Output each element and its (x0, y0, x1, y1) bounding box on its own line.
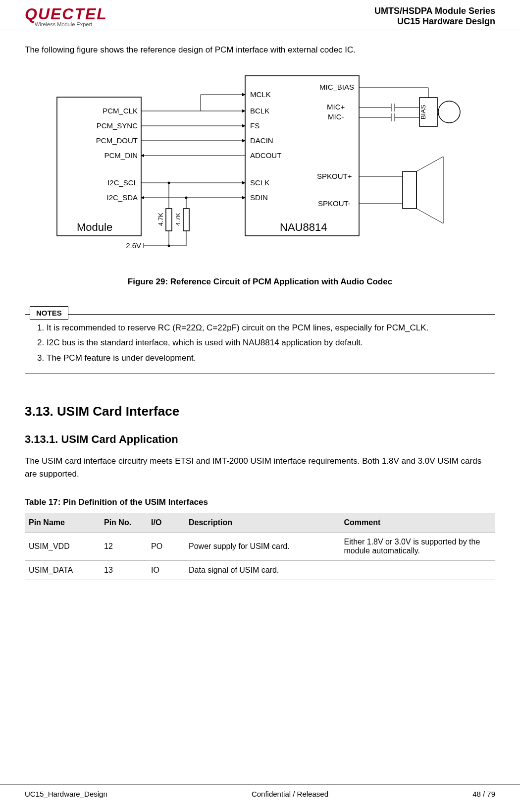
label-codec: NAU8814 (280, 221, 327, 233)
figure-caption: Figure 29: Reference Circuit of PCM Appl… (25, 277, 495, 287)
label-i2c-scl: I2C_SCL (107, 178, 138, 187)
svg-rect-9 (183, 209, 189, 231)
svg-rect-0 (57, 97, 141, 236)
cell-pin-name: USIM_VDD (25, 533, 100, 561)
cell-io: PO (147, 533, 185, 561)
label-adcout: ADCOUT (250, 151, 281, 160)
cell-comment: Either 1.8V or 3.0V is supported by the … (340, 533, 496, 561)
label-spk-n: SPKOUT- (318, 199, 351, 208)
logo-brand: QUECTEL (25, 5, 107, 23)
label-module: Module (77, 221, 112, 233)
th-description: Description (185, 513, 340, 533)
label-pcm-din: PCM_DIN (104, 151, 138, 160)
svg-rect-35 (403, 171, 416, 209)
label-r1: 4.7K (157, 213, 164, 226)
logo-block: QUECTEL Wireless Module Expert (25, 5, 107, 27)
body-text: The USIM card interface circuitry meets … (25, 455, 495, 480)
notes-block: NOTES It is recommended to reserve RC (R… (25, 314, 495, 374)
label-mic-p: MIC+ (327, 103, 345, 111)
notes-label: NOTES (30, 306, 68, 320)
svg-rect-8 (166, 209, 172, 231)
logo: QUECTEL Wireless Module Expert (25, 5, 107, 27)
subsection-heading: 3.13.1. USIM Card Application (25, 433, 495, 446)
section-heading: 3.13. USIM Card Interface (25, 404, 495, 419)
label-mic-n: MIC- (328, 112, 344, 121)
label-pcm-sync: PCM_SYNC (97, 121, 138, 130)
note-item: It is recommended to reserve RC (R=22Ω, … (47, 322, 493, 334)
svg-point-17 (168, 245, 170, 247)
label-vref: 2.6V (126, 241, 141, 250)
label-pcm-dout: PCM_DOUT (96, 136, 138, 145)
label-pcm-clk: PCM_CLK (103, 107, 138, 115)
th-comment: Comment (340, 513, 496, 533)
cell-pin-no: 13 (100, 561, 147, 580)
table-row: USIM_VDD 12 PO Power supply for USIM car… (25, 533, 495, 561)
th-pin-no: Pin No. (100, 513, 147, 533)
label-i2c-sda: I2C_SDA (106, 193, 138, 202)
pin-table: Pin Name Pin No. I/O Description Comment… (25, 513, 495, 580)
cell-pin-name: USIM_DATA (25, 561, 100, 580)
cell-comment (340, 561, 496, 580)
th-pin-name: Pin Name (25, 513, 100, 533)
svg-point-30 (438, 101, 460, 123)
label-bclk: BCLK (250, 107, 269, 115)
footer-right: 48 / 79 (472, 790, 495, 798)
table-caption: Table 17: Pin Definition of the USIM Int… (25, 497, 495, 507)
svg-point-13 (185, 197, 188, 199)
header-series-2: UC15 Hardware Design (374, 16, 495, 27)
label-mclk: MCLK (250, 90, 271, 99)
header-right: UMTS/HSDPA Module Series UC15 Hardware D… (374, 6, 495, 27)
page-header: QUECTEL Wireless Module Expert UMTS/HSDP… (0, 0, 520, 30)
label-r2: 4.7K (174, 213, 182, 226)
th-io: I/O (147, 513, 185, 533)
cell-desc: Power supply for USIM card. (185, 533, 340, 561)
page-footer: UC15_Hardware_Design Confidential / Rele… (0, 784, 520, 798)
cell-desc: Data signal of USIM card. (185, 561, 340, 580)
label-sdin: SDIN (250, 193, 268, 202)
label-mic-bias: MIC_BIAS (319, 83, 354, 91)
header-series-1: UMTS/HSDPA Module Series (374, 6, 495, 16)
table-row: USIM_DATA 13 IO Data signal of USIM card… (25, 561, 495, 580)
diagram: Module PCM_CLK PCM_SYNC PCM_DOUT PCM_DIN… (25, 70, 495, 263)
page-content: The following figure shows the reference… (0, 30, 520, 580)
intro-text: The following figure shows the reference… (25, 45, 495, 55)
label-bias: BIAS (419, 105, 427, 119)
label-sclk: SCLK (250, 178, 269, 187)
label-dacin: DACIN (250, 136, 273, 145)
footer-left: UC15_Hardware_Design (25, 790, 107, 798)
label-fs: FS (250, 121, 260, 130)
cell-io: IO (147, 561, 185, 580)
svg-point-12 (168, 182, 170, 184)
svg-marker-36 (416, 157, 443, 223)
note-item: The PCM feature is under development. (47, 352, 493, 365)
note-item: I2C bus is the standard interface, which… (47, 336, 493, 349)
cell-pin-no: 12 (100, 533, 147, 561)
footer-center: Confidential / Released (252, 790, 328, 798)
label-spk-p: SPKOUT+ (317, 172, 352, 180)
